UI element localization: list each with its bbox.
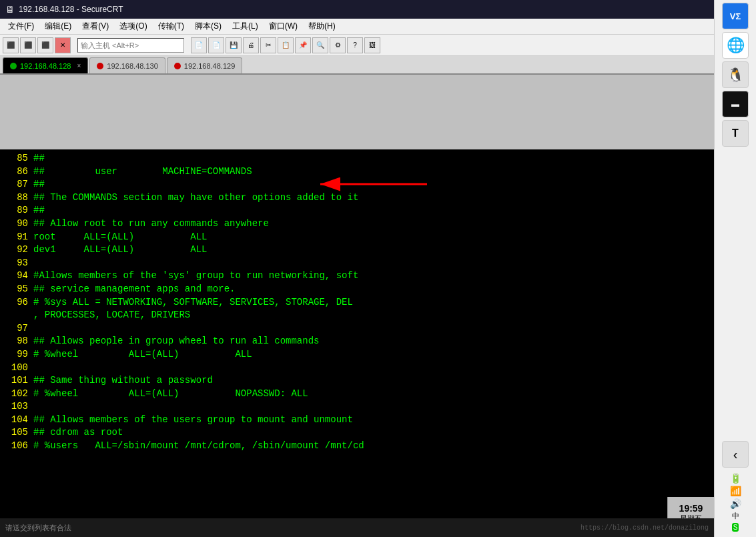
tab-192-168-48-130[interactable]: 192.168.48.130: [89, 57, 165, 73]
line-content: [33, 400, 714, 414]
menu-edit[interactable]: 编辑(E): [39, 19, 77, 33]
line-number: 87: [0, 178, 33, 191]
line-number: 105: [0, 426, 33, 440]
line-number: 90: [0, 217, 33, 231]
table-row: 89##: [0, 204, 714, 217]
line-number: 89: [0, 204, 33, 217]
toolbar-btn-13[interactable]: ⚙: [330, 37, 346, 53]
toolbar-btn-4[interactable]: ✕: [55, 37, 71, 53]
tab-status-dot-3: [174, 63, 181, 69]
toolbar-btn-8[interactable]: 🖨: [243, 37, 259, 53]
line-number: 102: [0, 388, 33, 401]
menu-view[interactable]: 查看(V): [77, 19, 114, 33]
terminal-area: 85##86## user MACHINE=COMMANDS87##88## T…: [0, 149, 714, 537]
table-row: 96# %sys ALL = NETWORKING, SOFTWARE, SER…: [0, 296, 714, 310]
terminal-dark-icon[interactable]: ▬: [722, 91, 749, 117]
line-number: 94: [0, 270, 33, 283]
ve-icon[interactable]: VΣ: [722, 3, 749, 29]
toolbar-btn-5[interactable]: 📄: [191, 37, 207, 53]
line-number: 96: [0, 296, 33, 310]
battery-tray-icon: 🔋: [730, 473, 741, 484]
line-content: [33, 257, 714, 270]
line-content: [33, 322, 714, 336]
line-number: 99: [0, 348, 33, 362]
toolbar-btn-14[interactable]: ?: [347, 37, 363, 53]
tab-192-168-48-128[interactable]: 192.168.48.128 ×: [3, 57, 88, 73]
line-content: # %sys ALL = NETWORKING, SOFTWARE, SERVI…: [33, 296, 714, 310]
table-row: 85##: [0, 152, 714, 165]
table-row: 102# %wheel ALL=(ALL) NOPASSWD: ALL: [0, 388, 714, 401]
text-editor-icon[interactable]: T: [722, 120, 749, 147]
table-row: 104## Allows members of the users group …: [0, 414, 714, 427]
host-input[interactable]: [77, 38, 184, 53]
line-number: 92: [0, 243, 33, 257]
table-row: 97: [0, 322, 714, 336]
line-content: # %users ALL=/sbin/mount /mnt/cdrom, /sb…: [33, 440, 714, 453]
line-number: 101: [0, 374, 33, 388]
toolbar-btn-3[interactable]: ⬛: [37, 37, 53, 53]
table-row: 99# %wheel ALL=(ALL) ALL: [0, 348, 714, 362]
line-number: 100: [0, 362, 33, 375]
menu-file[interactable]: 文件(F): [3, 19, 39, 33]
tab-bar: 192.168.48.128 × 192.168.48.130 192.168.…: [0, 56, 756, 75]
toolbar-btn-7[interactable]: 💾: [226, 37, 242, 53]
right-sidebar: VΣ 🌐 🐧 ▬ T ‹ 🔋 📶 🔊 中 S: [714, 0, 756, 537]
toolbar-btn-10[interactable]: 📋: [278, 37, 294, 53]
menu-transfer[interactable]: 传输(T): [153, 19, 190, 33]
wifi-tray-icon: 📶: [730, 486, 741, 496]
tab-status-dot: [10, 63, 17, 69]
line-number: 106: [0, 440, 33, 453]
clock-time: 19:59: [679, 503, 703, 514]
chrome-icon[interactable]: 🌐: [722, 32, 749, 59]
menu-options[interactable]: 选项(O): [114, 19, 152, 33]
line-content: #Allows members of the 'sys' group to ru…: [33, 270, 714, 283]
menu-tools[interactable]: 工具(L): [227, 19, 264, 33]
toolbar-btn-9[interactable]: ✂: [260, 37, 276, 53]
toolbar-btn-12[interactable]: 🔍: [312, 37, 328, 53]
menu-window[interactable]: 窗口(W): [264, 19, 303, 33]
line-content: ##: [33, 204, 714, 217]
line-content: dev1 ALL=(ALL) ALL: [33, 243, 714, 257]
line-number: 103: [0, 400, 33, 414]
line-content: ## Same thing without a password: [33, 374, 714, 388]
toolbar-btn-11[interactable]: 📌: [295, 37, 311, 53]
line-number: 98: [0, 335, 33, 348]
toolbar-btn-15[interactable]: 🖼: [364, 37, 380, 53]
tab-192-168-48-129[interactable]: 192.168.48.129: [167, 57, 242, 73]
line-content: ## service management apps and more.: [33, 283, 714, 296]
line-content: ##: [33, 152, 714, 165]
table-row: 106# %users ALL=/sbin/mount /mnt/cdrom, …: [0, 440, 714, 453]
table-row: 91root ALL=(ALL) ALL: [0, 231, 714, 244]
line-content: # %wheel ALL=(ALL) NOPASSWD: ALL: [33, 388, 714, 401]
toolbar-btn-6[interactable]: 📄: [208, 37, 224, 53]
tab-label-3: 192.168.48.129: [184, 62, 235, 70]
chevron-left-icon[interactable]: ‹: [722, 441, 749, 468]
tab-status-dot-2: [97, 63, 103, 69]
line-content: ## cdrom as root: [33, 426, 714, 440]
line-content: ## Allows people in group wheel to run a…: [33, 335, 714, 348]
line-number: [0, 309, 33, 322]
table-row: 101## Same thing without a password: [0, 374, 714, 388]
line-content: ## user MACHINE=COMMANDS: [33, 165, 714, 179]
qq-icon[interactable]: 🐧: [722, 61, 749, 88]
tab-close-icon[interactable]: ×: [77, 62, 81, 69]
line-number: 91: [0, 231, 33, 244]
line-number: 85: [0, 152, 33, 165]
table-row: 93: [0, 257, 714, 270]
table-row: 87##: [0, 178, 714, 191]
table-row: 92dev1 ALL=(ALL) ALL: [0, 243, 714, 257]
line-content: ##: [33, 178, 714, 191]
status-text: 请送交到列表有合法: [5, 523, 71, 533]
title-bar: 🖥 192.168.48.128 - SecureCRT: [0, 0, 756, 19]
volume-tray-icon: 🔊: [730, 498, 741, 509]
table-row: 88## The COMMANDS section may have other…: [0, 191, 714, 205]
line-content: ## Allows members of the users group to …: [33, 414, 714, 427]
line-number: 86: [0, 165, 33, 179]
line-content: root ALL=(ALL) ALL: [33, 231, 714, 244]
toolbar-btn-2[interactable]: ⬛: [20, 37, 36, 53]
line-number: 97: [0, 322, 33, 336]
table-row: 94#Allows members of the 'sys' group to …: [0, 270, 714, 283]
toolbar-btn-1[interactable]: ⬛: [3, 37, 19, 53]
menu-script[interactable]: 脚本(S): [190, 19, 227, 33]
menu-help[interactable]: 帮助(H): [303, 19, 341, 33]
